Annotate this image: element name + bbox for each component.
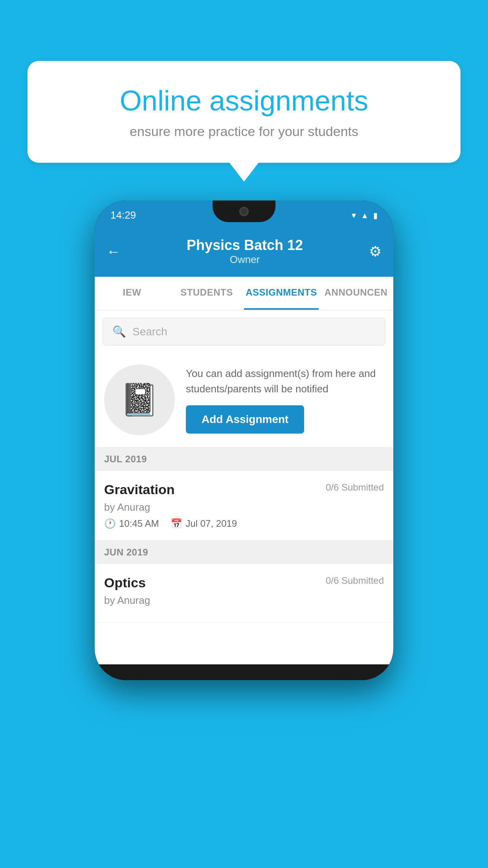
phone-body: 14:29 ← Physics Batch 12 Owner ⚙ IEW [95,200,393,680]
tab-students[interactable]: STUDENTS [169,277,244,310]
add-assignment-button[interactable]: Add Assignment [186,405,304,434]
assignment-date: 📅 Jul 07, 2019 [171,518,237,529]
promo-section: 📓 You can add assignment(s) from here an… [95,353,393,447]
calendar-icon: 📅 [171,518,182,529]
settings-icon[interactable]: ⚙ [369,243,382,260]
assignment-by: by Anurag [104,501,384,513]
front-camera [239,207,249,216]
assignment-time: 🕐 10:45 AM [104,518,159,529]
speech-bubble-section: Online assignments ensure more practice … [28,61,460,163]
assignment-date-value: Jul 07, 2019 [185,518,237,529]
clock-icon: 🕐 [104,518,116,529]
tabs-bar: IEW STUDENTS ASSIGNMENTS ANNOUNCEN [95,277,393,311]
phone-bottom-bar [95,664,393,680]
status-icons [352,210,378,221]
assignment-optics-by: by Anurag [104,594,384,607]
assignment-submitted: 0/6 Submitted [326,482,384,493]
search-container: 🔍 Search [95,311,393,353]
phone-mockup: 14:29 ← Physics Batch 12 Owner ⚙ IEW [95,200,393,680]
assignment-icon-circle: 📓 [104,364,175,435]
tab-assignments[interactable]: ASSIGNMENTS [244,277,319,310]
header-title-area: Physics Batch 12 Owner [187,237,303,266]
speech-bubble-title: Online assignments [55,85,433,117]
assignment-optics-name: Optics [104,575,146,590]
speech-bubble: Online assignments ensure more practice … [28,61,460,163]
assignment-optics[interactable]: Optics 0/6 Submitted by Anurag [95,564,393,623]
tab-announcements[interactable]: ANNOUNCEN [319,277,393,310]
notebook-icon: 📓 [120,381,159,418]
status-time: 14:29 [110,209,136,221]
assignment-gravitation[interactable]: Gravitation 0/6 Submitted by Anurag 🕐 10… [95,471,393,541]
assignment-time-value: 10:45 AM [119,518,159,529]
assignment-meta: 🕐 10:45 AM 📅 Jul 07, 2019 [104,518,384,529]
search-icon: 🔍 [112,325,126,338]
speech-bubble-subtitle: ensure more practice for your students [55,124,433,139]
search-input[interactable]: Search [132,326,167,338]
tab-iew[interactable]: IEW [95,277,169,310]
phone-notch [213,200,275,222]
search-bar[interactable]: 🔍 Search [103,318,385,346]
wifi-icon [352,210,356,221]
status-bar: 14:29 [95,200,393,230]
battery-icon [373,210,378,221]
assignment-optics-submitted: 0/6 Submitted [326,575,384,586]
assignment-header: Gravitation 0/6 Submitted [104,482,384,497]
promo-text-area: You can add assignment(s) from here and … [186,366,384,434]
phone-screen: 🔍 Search 📓 You can add assignment(s) fro… [95,311,393,664]
back-button[interactable]: ← [106,243,121,260]
assignment-name: Gravitation [104,482,174,497]
assignment-optics-header: Optics 0/6 Submitted [104,575,384,590]
header-subtitle: Owner [187,254,303,266]
promo-description: You can add assignment(s) from here and … [186,366,384,397]
signal-icon [361,210,369,221]
section-jun-2019: JUN 2019 [95,541,393,564]
app-header: ← Physics Batch 12 Owner ⚙ [95,230,393,277]
header-title: Physics Batch 12 [187,237,303,254]
section-jul-2019: JUL 2019 [95,447,393,471]
